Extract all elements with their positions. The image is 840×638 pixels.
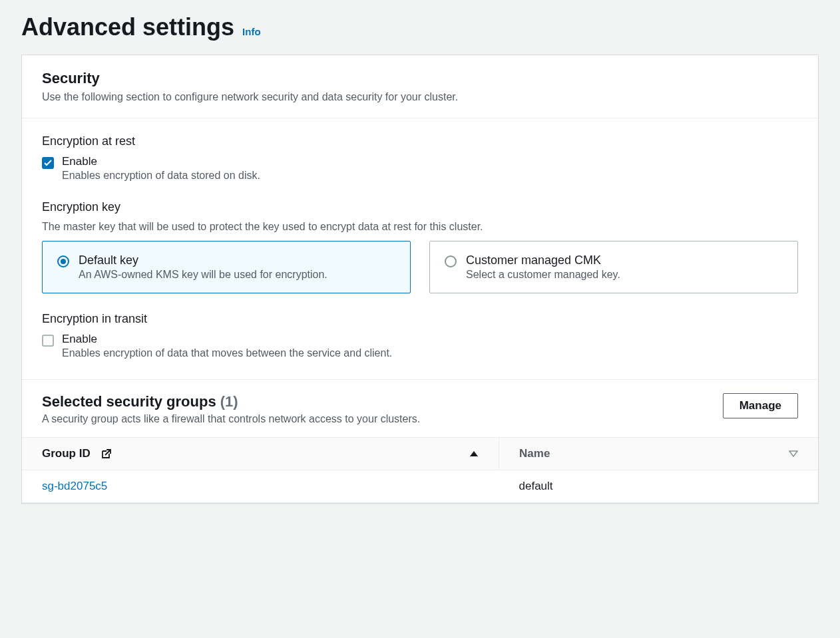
security-groups-desc: A security group acts like a firewall th… bbox=[42, 413, 420, 425]
encryption-in-transit-enable-desc: Enables encryption of data that moves be… bbox=[62, 347, 392, 359]
radio-icon bbox=[445, 255, 457, 267]
encryption-in-transit-checkbox[interactable] bbox=[42, 335, 54, 347]
encryption-in-transit-label: Encryption in transit bbox=[42, 312, 798, 326]
security-groups-title: Selected security groups bbox=[42, 393, 216, 410]
column-header-name[interactable]: Name bbox=[499, 438, 818, 470]
page-title: Advanced settings bbox=[21, 13, 234, 41]
security-title: Security bbox=[42, 70, 798, 87]
encryption-at-rest-enable-label: Enable bbox=[62, 155, 260, 168]
sort-asc-icon bbox=[469, 447, 479, 460]
external-link-icon bbox=[100, 448, 112, 460]
encryption-key-option-cmk[interactable]: Customer managed CMK Select a customer m… bbox=[429, 241, 798, 293]
sort-icon bbox=[789, 447, 798, 460]
radio-icon bbox=[57, 255, 69, 267]
encryption-key-option-default[interactable]: Default key An AWS-owned KMS key will be… bbox=[42, 241, 411, 293]
tile-title: Customer managed CMK bbox=[466, 253, 620, 267]
encryption-in-transit-group: Encryption in transit Enable Enables enc… bbox=[42, 312, 798, 359]
encryption-key-group: Encryption key The master key that will … bbox=[42, 200, 798, 293]
security-group-name: default bbox=[499, 470, 818, 503]
info-link[interactable]: Info bbox=[242, 26, 261, 37]
security-groups-table: Group ID Name sg-bd2075c5 bbox=[22, 437, 818, 503]
tile-desc: An AWS-owned KMS key will be used for en… bbox=[79, 269, 327, 281]
encryption-key-desc: The master key that will be used to prot… bbox=[42, 221, 798, 233]
security-group-id-link[interactable]: sg-bd2075c5 bbox=[42, 480, 107, 492]
security-panel-header: Security Use the following section to co… bbox=[22, 55, 818, 118]
manage-button[interactable]: Manage bbox=[723, 393, 798, 418]
tile-desc: Select a customer managed key. bbox=[466, 269, 620, 281]
column-header-group-id[interactable]: Group ID bbox=[22, 438, 499, 470]
tile-title: Default key bbox=[79, 253, 327, 267]
encryption-at-rest-enable-desc: Enables encryption of data stored on dis… bbox=[62, 170, 260, 182]
column-header-label: Group ID bbox=[42, 447, 91, 460]
encryption-key-label: Encryption key bbox=[42, 200, 798, 214]
column-header-label: Name bbox=[519, 447, 550, 460]
security-desc: Use the following section to configure n… bbox=[42, 91, 798, 103]
table-row: sg-bd2075c5 default bbox=[22, 470, 818, 503]
encryption-in-transit-enable-label: Enable bbox=[62, 333, 392, 346]
encryption-at-rest-checkbox[interactable] bbox=[42, 157, 54, 169]
encryption-at-rest-label: Encryption at rest bbox=[42, 134, 798, 148]
security-panel: Security Use the following section to co… bbox=[21, 55, 819, 504]
encryption-at-rest-group: Encryption at rest Enable Enables encryp… bbox=[42, 134, 798, 182]
security-groups-header: Selected security groups (1) A security … bbox=[22, 379, 818, 437]
checkmark-icon bbox=[44, 160, 52, 166]
security-groups-count: (1) bbox=[220, 393, 238, 410]
